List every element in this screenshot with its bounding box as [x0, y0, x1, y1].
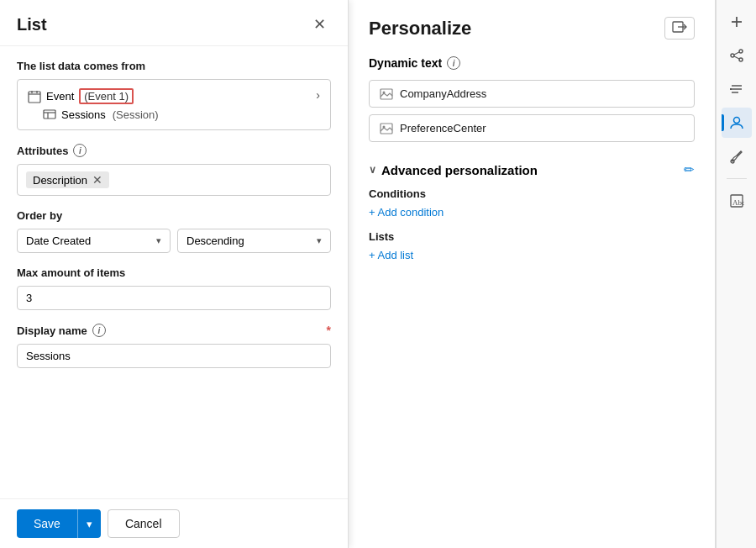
chevron-down-icon-2: ▾: [317, 235, 322, 246]
list-dialog: List ✕ The list data comes from Event (E: [0, 0, 349, 548]
dynamic-text-item-1[interactable]: PreferenceCenter: [369, 114, 695, 142]
sidebar-brush-button[interactable]: [722, 141, 752, 171]
attribute-tag: Description ✕: [26, 171, 109, 188]
display-name-input[interactable]: [17, 344, 331, 368]
attributes-info-icon[interactable]: i: [73, 144, 87, 157]
sidebar-add-button[interactable]: [722, 7, 752, 37]
sidebar-text-button[interactable]: Abc: [722, 186, 752, 216]
lists-label: Lists: [369, 230, 695, 243]
display-name-info-icon[interactable]: i: [92, 324, 106, 337]
brush-icon: [729, 149, 744, 164]
text-icon: Abc: [729, 193, 744, 208]
list-dialog-footer: Save ▾ Cancel: [0, 498, 348, 548]
svg-point-15: [731, 54, 734, 57]
dynamic-text-value-1: PreferenceCenter: [400, 122, 486, 134]
order-by-field-dropdown[interactable]: Date Created ▾: [17, 229, 171, 253]
order-by-label: Order by: [17, 209, 331, 222]
list-dialog-body: The list data comes from Event (Event 1): [0, 46, 348, 498]
data-source-tree: Event (Event 1) Sessions (Session): [28, 88, 159, 121]
max-items-input[interactable]: [17, 286, 331, 310]
save-dropdown-chevron-icon: ▾: [87, 518, 92, 530]
conditions-label: Conditions: [369, 187, 695, 200]
advanced-section: ∨ Advanced personalization ✏ Conditions …: [369, 162, 695, 261]
display-name-wrapper: [17, 344, 331, 368]
personalize-insert-button[interactable]: [664, 17, 695, 40]
event-tag: (Event 1): [79, 88, 134, 104]
data-source-label: The list data comes from: [17, 60, 331, 72]
add-condition-link[interactable]: + Add condition: [369, 206, 444, 219]
dynamic-text-label: Dynamic text i: [369, 56, 695, 70]
required-asterisk: *: [327, 324, 331, 337]
list-dialog-header: List ✕: [0, 0, 348, 46]
chevron-right-icon: ›: [316, 88, 320, 102]
calendar-icon: [28, 90, 41, 103]
event-name: Event: [46, 90, 74, 103]
close-button[interactable]: ✕: [308, 13, 331, 35]
order-by-row: Date Created ▾ Descending ▾: [17, 229, 331, 253]
sidebar-elements-button[interactable]: [722, 74, 752, 104]
lists-section: Lists + Add list: [369, 230, 695, 261]
sidebar-connections-button[interactable]: [722, 40, 752, 71]
right-sidebar: Abc: [716, 0, 756, 548]
order-by-direction-dropdown[interactable]: Descending ▾: [177, 229, 331, 253]
personalize-header: Personalize: [369, 17, 695, 40]
save-button-group: Save ▾: [17, 509, 101, 538]
save-button[interactable]: Save: [17, 509, 77, 538]
tag-remove-btn[interactable]: ✕: [92, 173, 102, 187]
svg-point-17: [739, 58, 743, 61]
add-list-link[interactable]: + Add list: [369, 249, 413, 261]
svg-point-24: [733, 118, 739, 124]
svg-rect-23: [730, 88, 732, 90]
svg-rect-4: [44, 110, 55, 119]
svg-rect-0: [29, 92, 40, 103]
dynamic-text-info-icon[interactable]: i: [447, 56, 460, 70]
edit-pencil-icon[interactable]: ✏: [684, 162, 695, 177]
svg-line-19: [734, 56, 739, 59]
sidebar-personalize-button[interactable]: [722, 108, 752, 138]
save-dropdown-button[interactable]: ▾: [77, 509, 101, 538]
table-icon: [43, 108, 56, 121]
advanced-header: ∨ Advanced personalization ✏: [369, 162, 695, 177]
advanced-chevron-icon[interactable]: ∨: [369, 164, 376, 176]
list-dialog-title: List: [17, 15, 47, 34]
plus-icon: [729, 14, 744, 29]
svg-point-16: [739, 50, 743, 53]
insert-icon: [672, 21, 687, 33]
max-items-label: Max amount of items: [17, 266, 331, 279]
connections-icon: [729, 48, 744, 63]
event-item: Event (Event 1): [28, 88, 159, 104]
session-tag: (Session): [113, 108, 159, 121]
personalize-panel: Personalize Dynamic text i CompanyAddres…: [349, 0, 716, 548]
advanced-title: ∨ Advanced personalization: [369, 163, 538, 177]
svg-text:Abc: Abc: [732, 198, 744, 207]
session-name: Sessions: [61, 108, 106, 121]
session-item: Sessions (Session): [43, 108, 159, 121]
image-icon-0: [380, 88, 393, 100]
svg-line-18: [734, 52, 739, 55]
personalize-title: Personalize: [369, 18, 471, 40]
sidebar-divider: [727, 178, 747, 179]
cancel-button[interactable]: Cancel: [108, 509, 180, 538]
data-source-box[interactable]: Event (Event 1) Sessions (Session) ›: [17, 79, 331, 130]
attributes-box[interactable]: Description ✕: [17, 164, 331, 196]
image-icon-1: [380, 123, 393, 134]
dynamic-text-item-0[interactable]: CompanyAddress: [369, 80, 695, 108]
chevron-down-icon-1: ▾: [156, 235, 161, 246]
dynamic-text-value-0: CompanyAddress: [400, 87, 486, 100]
person-icon: [729, 115, 744, 130]
attributes-label: Attributes i: [17, 144, 331, 157]
display-name-label: Display name i *: [17, 324, 331, 337]
list-icon: [729, 82, 744, 97]
